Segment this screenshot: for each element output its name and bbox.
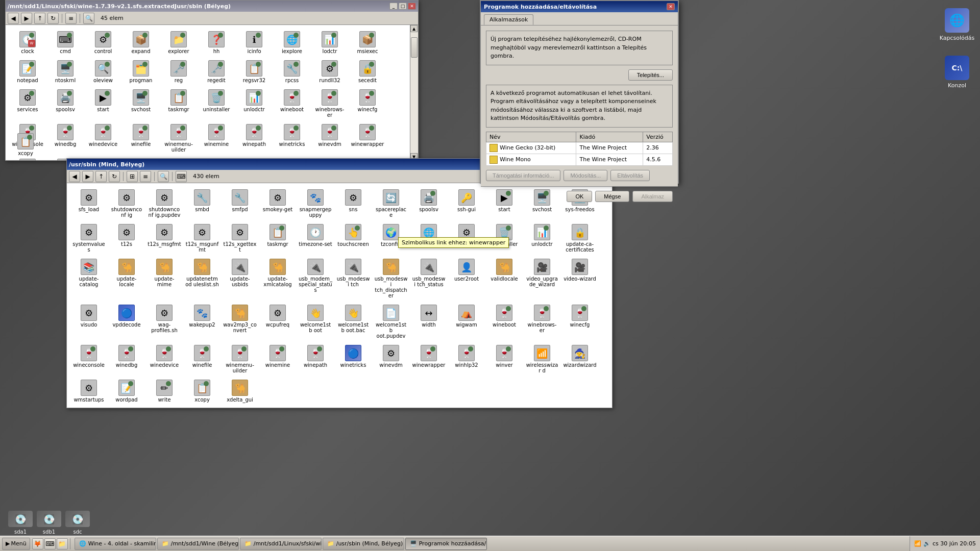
w2-wcpufreq[interactable]: ⚙️wcpufreq <box>260 303 296 341</box>
w2-touchscreen[interactable]: 👆touchscreen <box>335 222 371 255</box>
w2-smokey-get[interactable]: ⚙️smokey-get <box>260 187 296 220</box>
w2-visudo[interactable]: ⚙️visudo <box>71 303 107 341</box>
w2-reload-btn[interactable]: ↻ <box>109 171 120 182</box>
scroll-thumb[interactable] <box>411 37 418 58</box>
w2-wakepup2[interactable]: 🐾wakepup2 <box>184 303 220 341</box>
w2-update-mime[interactable]: 🐪update-mime <box>146 257 182 300</box>
connection-icon[interactable]: 🌐 Kapcsolódás <box>940 8 975 41</box>
w2-wordpad[interactable]: 📝wordpad <box>109 378 144 405</box>
ql-terminal[interactable]: ⌨ <box>44 538 56 549</box>
icon-icinfo[interactable]: ℹ️icinfo <box>236 29 272 56</box>
reload-btn[interactable]: ↻ <box>47 13 59 24</box>
taskbar-sfski[interactable]: 📁 /mnt/sdd1/Linux/sfski/wine... <box>240 538 322 550</box>
w2-snapmergepuppy[interactable]: 🐾snapmergepuppy <box>298 187 333 220</box>
w2-usb_modem_special[interactable]: 🔌usb_modem_special_status <box>298 257 333 300</box>
w2-winemine[interactable]: 🍷winemine <box>260 343 296 375</box>
taskbar-usrsbin[interactable]: 📁 /usr/sbin (Mind, Bélyeg) <box>323 538 404 550</box>
w2-video-wizard[interactable]: 🎥video-wizard <box>562 257 598 300</box>
icon-wineboot1[interactable]: 🍷wineboot <box>274 87 310 120</box>
icon-rundll32[interactable]: ⚙️rundll32 <box>312 58 348 85</box>
support-info-btn[interactable]: Támogatási információ... <box>486 170 560 181</box>
w2-wmstartups[interactable]: ⚙️wmstartups <box>71 378 107 405</box>
w2-winetricks[interactable]: 🔵winetricks <box>335 343 371 375</box>
w2-wirelesswizard[interactable]: 📶wirelesswizar d <box>524 343 560 375</box>
icon-winemine1[interactable]: 🍷winemine <box>199 122 234 155</box>
ql-firefox[interactable]: 🦊 <box>32 538 43 549</box>
w2-sfs_load[interactable]: ⚙️sfs_load <box>71 187 107 220</box>
view-btn[interactable]: ≡ <box>65 13 77 24</box>
icon-progman[interactable]: 🗂️progman <box>123 58 159 85</box>
w2-winhlp32[interactable]: 🍷winhlp32 <box>449 343 484 375</box>
icon-ntoskrnl[interactable]: 🖥️ntoskrnl <box>47 58 83 85</box>
disk-sda1[interactable]: 💽 sda1 <box>8 511 33 535</box>
w2-update-catalog[interactable]: 📚update-catalog <box>71 257 107 300</box>
window1-minimize[interactable]: _ <box>389 3 398 10</box>
disk-sdb1[interactable]: 💽 sdb1 <box>37 511 61 535</box>
icon-msiexec[interactable]: 📦msiexec <box>350 29 385 56</box>
w2-winewrapper[interactable]: 🍷winewrapper <box>411 343 447 375</box>
w2-usb_modeswitch[interactable]: 🔌usb_modeswi tch <box>335 257 371 300</box>
w2-unlodctr[interactable]: 📊unlodctr <box>524 222 560 255</box>
w2-welcome1stboot-bac[interactable]: 👋welcome1stb oot.bac <box>335 303 371 341</box>
icon-winedbg1[interactable]: 🍷winedbg <box>47 122 83 155</box>
window1-close[interactable]: ✕ <box>408 3 416 10</box>
w2-t12s[interactable]: ⚙️t12s <box>109 222 144 255</box>
icon-svchost1[interactable]: 🖥️svchost <box>123 87 159 120</box>
w2-view1-btn[interactable]: ⊞ <box>127 171 138 182</box>
w2-winedbg[interactable]: 🍷winedbg <box>109 343 144 375</box>
icon-winevdm1[interactable]: 🍷winevdm <box>312 122 348 155</box>
w2-update-xmlcatalog[interactable]: 🐪update-xmlcatalog <box>260 257 296 300</box>
icon-control[interactable]: ⚙️control <box>85 29 121 56</box>
apply-btn[interactable]: Alkalmaz <box>632 191 673 202</box>
w2-shutdownconfig[interactable]: ⚙️shutdownconf ig <box>109 187 144 220</box>
w2-wineconsole[interactable]: 🍷wineconsole <box>71 343 107 375</box>
w2-smbd[interactable]: 🔧smbd <box>184 187 220 220</box>
w2-welcome1stboot-pupdev[interactable]: 📄welcome1stb oot.pupdev <box>373 303 409 341</box>
icon-unlodctr1[interactable]: 📊unlodctr <box>236 87 272 120</box>
icon-winepath1[interactable]: 🍷winepath <box>236 122 272 155</box>
table-row[interactable]: Wine Gecko (32-bit) The Wine Project 2.3… <box>486 142 673 154</box>
w2-update-usbids[interactable]: 🔌update-usbids <box>222 257 258 300</box>
up-btn[interactable]: ↑ <box>34 13 45 24</box>
w2-validlocale[interactable]: 🐪validlocale <box>486 257 522 300</box>
w2-wag-profiles[interactable]: ⚙️wag-profiles.sh <box>146 303 182 341</box>
taskbar-programs-dialog[interactable]: 🖥️ Programok hozzáadása/elt... <box>405 538 487 550</box>
icon-rpcss[interactable]: 🔧rpcss <box>274 58 310 85</box>
w2-wav2mp3_convert[interactable]: 🐪wav2mp3_co nvert <box>222 303 258 341</box>
w2-taskmgr[interactable]: 📋taskmgr <box>260 222 296 255</box>
w2-winefile[interactable]: 🍷winefile <box>184 343 220 375</box>
icon-oleview[interactable]: 🔍oleview <box>85 58 121 85</box>
w2-view2-btn[interactable]: ≡ <box>140 171 151 182</box>
dialog-close[interactable]: ✕ <box>667 3 675 10</box>
icon-start1[interactable]: ▶start <box>85 87 121 120</box>
w2-vpddecode[interactable]: 🔵vpddecode <box>109 303 144 341</box>
w2-winedevice[interactable]: 🍷winedevice <box>146 343 182 375</box>
back-btn[interactable]: ◀ <box>8 13 19 24</box>
w2-systemvalues[interactable]: ⚙️systemvalues <box>71 222 107 255</box>
w2-winver[interactable]: 🍷winver <box>486 343 522 375</box>
dialog-titlebar[interactable]: Programok hozzáadása/eltávolítása ✕ <box>481 1 678 12</box>
icon-regsvr32[interactable]: 📋regsvr32 <box>236 58 272 85</box>
table-row[interactable]: Wine Mono The Wine Project 4.5.6 <box>486 154 673 165</box>
window1-maximize[interactable]: □ <box>399 3 407 10</box>
search-btn[interactable]: 🔍 <box>83 13 94 24</box>
w2-t12s_msgfmt[interactable]: ⚙️t12s_msgfmt <box>146 222 182 255</box>
w2-smfpd[interactable]: 🔧smfpd <box>222 187 258 220</box>
w2-forward-btn[interactable]: ▶ <box>82 171 93 182</box>
w2-usb_modeswitch_disp[interactable]: 🐪usb_modeswi tch_dispatcher <box>373 257 409 300</box>
remove-btn[interactable]: Eltávolítás <box>610 170 650 181</box>
icon-services[interactable]: ⚙️services <box>10 87 45 120</box>
w2-spacereplace[interactable]: 🔄spacereplace <box>373 187 409 220</box>
forward-btn[interactable]: ▶ <box>21 13 32 24</box>
w2-t12s_xgettext[interactable]: ⚙️t12s_xgettext <box>222 222 258 255</box>
icon-taskmgr1[interactable]: 📋taskmgr <box>161 87 197 120</box>
icon-winefile1[interactable]: 🍷winefile <box>123 122 159 155</box>
w2-xcopy[interactable]: 📋xcopy <box>184 378 220 405</box>
w2-winepath[interactable]: 🍷winepath <box>298 343 333 375</box>
icon-spoolsv1[interactable]: 🖨️spoolsv <box>47 87 83 120</box>
w2-video_upgrade_wizard[interactable]: 🎥video_upgrade_wizard <box>524 257 560 300</box>
w2-winemenubuilder[interactable]: 🍷winemenu-uilder <box>222 343 258 375</box>
w2-usb_modeswitch_status[interactable]: 🔌usb_modeswi tch_status <box>411 257 447 300</box>
w2-updatenet[interactable]: 🐪updatenetmod uleslist.sh <box>184 257 220 300</box>
icon-reg[interactable]: 🗝️reg <box>161 58 197 85</box>
